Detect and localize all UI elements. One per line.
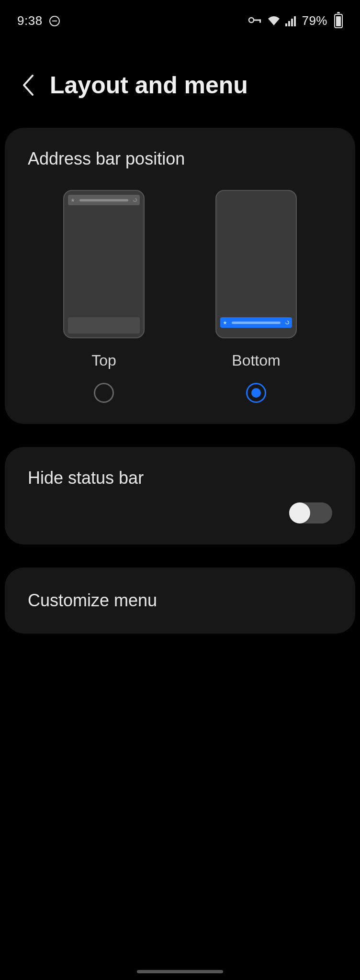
svg-rect-6 — [294, 16, 296, 26]
header: Layout and menu — [0, 28, 360, 128]
radio-top[interactable] — [94, 383, 114, 403]
status-left: 9:38 — [17, 13, 60, 28]
svg-marker-8 — [223, 321, 227, 324]
svg-rect-4 — [288, 21, 290, 26]
hide-status-bar-label: Hide status bar — [28, 468, 332, 488]
battery-icon — [334, 14, 343, 28]
address-bar-option-top[interactable]: Top — [63, 190, 145, 403]
svg-point-0 — [249, 18, 254, 22]
radio-bottom[interactable] — [246, 383, 266, 403]
hide-status-bar-toggle[interactable] — [289, 502, 332, 523]
address-bar-option-top-label: Top — [91, 352, 116, 369]
svg-rect-5 — [291, 19, 293, 26]
page-title: Layout and menu — [50, 71, 248, 99]
gesture-bar[interactable] — [137, 970, 223, 973]
svg-rect-2 — [259, 20, 261, 23]
address-bar-position-card: Address bar position Top — [5, 128, 355, 424]
svg-marker-7 — [71, 198, 75, 202]
cell-signal-icon — [285, 16, 297, 26]
battery-percent: 79% — [302, 13, 327, 28]
status-right: 79% — [248, 13, 343, 28]
address-bar-position-title: Address bar position — [28, 149, 332, 169]
back-icon[interactable] — [21, 74, 35, 97]
address-bar-option-bottom[interactable]: Bottom — [215, 190, 297, 403]
wifi-icon — [267, 16, 281, 26]
address-bar-option-bottom-label: Bottom — [232, 352, 280, 369]
customize-menu-card[interactable]: Customize menu — [5, 568, 355, 634]
vpn-key-icon — [248, 15, 262, 26]
hide-status-bar-card[interactable]: Hide status bar — [5, 447, 355, 545]
clock: 9:38 — [17, 13, 43, 28]
svg-rect-3 — [285, 23, 287, 26]
status-bar: 9:38 79% — [0, 0, 360, 28]
phone-preview-bottom — [215, 190, 297, 338]
customize-menu-label: Customize menu — [28, 590, 332, 611]
phone-preview-top — [63, 190, 145, 338]
dnd-icon — [49, 16, 60, 26]
address-bar-options: Top Bottom — [28, 190, 332, 403]
